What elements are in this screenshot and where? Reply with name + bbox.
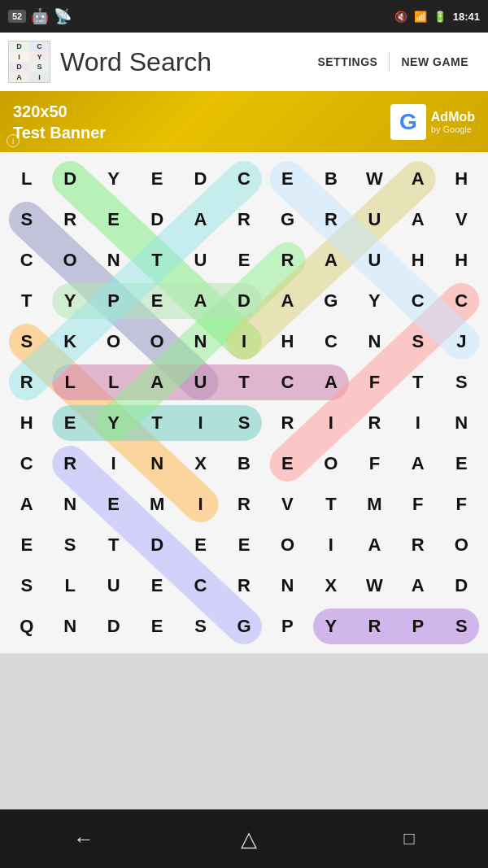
grid-cell[interactable]: Y: [353, 281, 396, 321]
grid-cell[interactable]: U: [179, 240, 222, 281]
grid-cell[interactable]: R: [353, 606, 396, 647]
grid-cell[interactable]: X: [179, 443, 222, 484]
grid-cell[interactable]: E: [179, 525, 222, 565]
grid-cell[interactable]: I: [179, 484, 222, 525]
grid-cell[interactable]: L: [48, 362, 91, 403]
grid-cell[interactable]: R: [266, 403, 309, 443]
grid-cell[interactable]: R: [396, 525, 439, 565]
grid-cell[interactable]: A: [353, 525, 396, 565]
grid-cell[interactable]: N: [48, 484, 91, 525]
grid-cell[interactable]: U: [179, 362, 222, 403]
grid-cell[interactable]: I: [222, 321, 265, 362]
grid-cell[interactable]: T: [135, 240, 178, 281]
grid-cell[interactable]: N: [48, 606, 91, 647]
home-button[interactable]: △: [241, 827, 257, 852]
grid-cell[interactable]: R: [48, 443, 91, 484]
grid-cell[interactable]: S: [396, 321, 439, 362]
grid-cell[interactable]: E: [92, 199, 135, 240]
grid-cell[interactable]: Q: [5, 606, 48, 647]
grid-cell[interactable]: I: [92, 443, 135, 484]
settings-button[interactable]: SETTINGS: [306, 49, 389, 75]
grid-cell[interactable]: I: [309, 403, 352, 443]
grid-cell[interactable]: D: [92, 606, 135, 647]
grid-cell[interactable]: E: [5, 525, 48, 565]
grid-cell[interactable]: T: [222, 362, 265, 403]
grid-cell[interactable]: H: [440, 240, 483, 281]
grid-cell[interactable]: E: [48, 403, 91, 443]
grid-cell[interactable]: S: [5, 199, 48, 240]
grid-cell[interactable]: N: [353, 321, 396, 362]
grid-cell[interactable]: S: [440, 606, 483, 647]
grid-cell[interactable]: A: [396, 159, 439, 199]
grid-cell[interactable]: C: [5, 443, 48, 484]
grid-cell[interactable]: C: [179, 565, 222, 606]
grid-cell[interactable]: A: [135, 362, 178, 403]
grid-cell[interactable]: A: [396, 443, 439, 484]
grid-cell[interactable]: N: [179, 321, 222, 362]
grid-cell[interactable]: Y: [92, 403, 135, 443]
grid-cell[interactable]: E: [266, 159, 309, 199]
grid-cell[interactable]: H: [396, 240, 439, 281]
grid-cell[interactable]: E: [135, 159, 178, 199]
grid-cell[interactable]: P: [396, 606, 439, 647]
grid-cell[interactable]: G: [309, 281, 352, 321]
grid-cell[interactable]: Y: [92, 159, 135, 199]
grid-cell[interactable]: E: [222, 525, 265, 565]
grid-cell[interactable]: C: [222, 159, 265, 199]
grid-cell[interactable]: I: [179, 403, 222, 443]
grid-cell[interactable]: I: [396, 403, 439, 443]
grid-cell[interactable]: K: [48, 321, 91, 362]
grid-cell[interactable]: S: [5, 321, 48, 362]
grid-cell[interactable]: E: [266, 443, 309, 484]
grid-cell[interactable]: C: [309, 321, 352, 362]
grid-cell[interactable]: E: [222, 240, 265, 281]
grid-cell[interactable]: D: [48, 159, 91, 199]
grid-cell[interactable]: S: [179, 606, 222, 647]
grid-cell[interactable]: G: [266, 199, 309, 240]
grid-cell[interactable]: H: [266, 321, 309, 362]
grid-cell[interactable]: V: [266, 484, 309, 525]
grid-cell[interactable]: A: [396, 199, 439, 240]
grid-cell[interactable]: A: [179, 199, 222, 240]
grid-cell[interactable]: D: [440, 565, 483, 606]
grid-cell[interactable]: W: [353, 159, 396, 199]
grid-cell[interactable]: F: [353, 362, 396, 403]
grid-cell[interactable]: C: [5, 240, 48, 281]
grid-cell[interactable]: T: [5, 281, 48, 321]
grid-cell[interactable]: C: [266, 362, 309, 403]
grid-cell[interactable]: R: [309, 199, 352, 240]
grid-cell[interactable]: M: [353, 484, 396, 525]
grid-cell[interactable]: O: [135, 321, 178, 362]
recent-button[interactable]: □: [404, 828, 415, 849]
grid-cell[interactable]: T: [135, 403, 178, 443]
grid-cell[interactable]: T: [309, 484, 352, 525]
grid-cell[interactable]: E: [440, 443, 483, 484]
grid-cell[interactable]: E: [92, 484, 135, 525]
grid-cell[interactable]: L: [48, 565, 91, 606]
grid-cell[interactable]: A: [396, 565, 439, 606]
grid-cell[interactable]: R: [5, 362, 48, 403]
grid-cell[interactable]: U: [353, 240, 396, 281]
grid-cell[interactable]: R: [222, 565, 265, 606]
grid-cell[interactable]: L: [5, 159, 48, 199]
grid-cell[interactable]: A: [266, 281, 309, 321]
grid-cell[interactable]: E: [135, 606, 178, 647]
grid-cell[interactable]: E: [135, 281, 178, 321]
grid-cell[interactable]: V: [440, 199, 483, 240]
grid-cell[interactable]: H: [440, 159, 483, 199]
grid-cell[interactable]: D: [135, 199, 178, 240]
grid-cell[interactable]: E: [135, 565, 178, 606]
grid-cell[interactable]: L: [92, 362, 135, 403]
grid-cell[interactable]: T: [92, 525, 135, 565]
back-button[interactable]: ←: [73, 827, 94, 852]
grid-cell[interactable]: O: [92, 321, 135, 362]
grid-cell[interactable]: O: [48, 240, 91, 281]
grid-cell[interactable]: A: [179, 281, 222, 321]
grid-cell[interactable]: I: [309, 525, 352, 565]
grid-cell[interactable]: N: [92, 240, 135, 281]
grid-cell[interactable]: N: [266, 565, 309, 606]
grid-cell[interactable]: R: [222, 484, 265, 525]
grid-cell[interactable]: R: [48, 199, 91, 240]
grid-cell[interactable]: D: [135, 525, 178, 565]
grid-cell[interactable]: R: [353, 403, 396, 443]
